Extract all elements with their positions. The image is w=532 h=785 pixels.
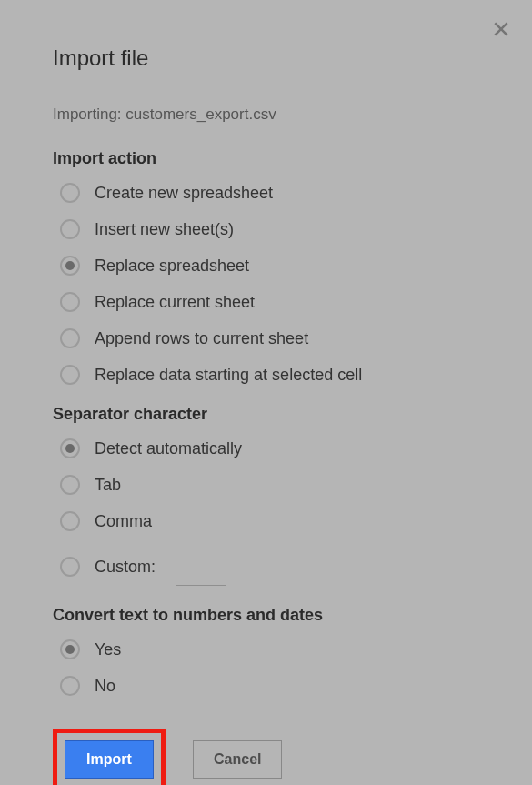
separator-group: Detect automatically Tab Comma Custom: <box>53 438 479 586</box>
radio-label: Create new spreadsheet <box>95 184 273 203</box>
radio-detect-automatically[interactable]: Detect automatically <box>60 438 479 458</box>
radio-custom[interactable]: Custom: <box>60 548 479 586</box>
importing-prefix: Importing: <box>53 106 125 123</box>
radio-icon <box>60 438 80 458</box>
radio-label: Detect automatically <box>95 439 242 458</box>
import-button[interactable]: Import <box>65 740 154 779</box>
radio-label: Yes <box>95 640 121 659</box>
radio-label: Insert new sheet(s) <box>95 220 234 239</box>
import-file-dialog: Import file Importing: customers_export.… <box>0 0 532 785</box>
radio-icon <box>60 256 80 276</box>
convert-heading: Convert text to numbers and dates <box>53 606 479 625</box>
radio-insert-new-sheet[interactable]: Insert new sheet(s) <box>60 219 479 239</box>
custom-separator-input[interactable] <box>176 548 226 586</box>
radio-icon <box>60 328 80 348</box>
radio-convert-no[interactable]: No <box>60 676 479 696</box>
separator-heading: Separator character <box>53 405 479 424</box>
radio-icon <box>60 475 80 495</box>
button-row: Import Cancel <box>53 729 479 785</box>
radio-label: Replace current sheet <box>95 293 255 312</box>
close-icon <box>492 20 510 38</box>
dialog-title: Import file <box>53 45 479 71</box>
radio-label: Append rows to current sheet <box>95 329 308 348</box>
radio-icon <box>60 219 80 239</box>
radio-icon <box>60 639 80 659</box>
radio-label: Replace spreadsheet <box>95 257 249 276</box>
radio-icon <box>60 365 80 385</box>
importing-file: customers_export.csv <box>125 106 276 123</box>
cancel-button[interactable]: Cancel <box>193 740 282 779</box>
radio-replace-current-sheet[interactable]: Replace current sheet <box>60 292 479 312</box>
radio-icon <box>60 511 80 531</box>
radio-icon <box>60 557 80 577</box>
radio-label: Custom: <box>95 558 156 577</box>
radio-create-new-spreadsheet[interactable]: Create new spreadsheet <box>60 183 479 203</box>
radio-label: No <box>95 677 115 696</box>
import-button-highlight: Import <box>53 729 166 785</box>
radio-comma[interactable]: Comma <box>60 511 479 531</box>
radio-label: Tab <box>95 476 121 495</box>
radio-convert-yes[interactable]: Yes <box>60 639 479 659</box>
radio-icon <box>60 292 80 312</box>
radio-replace-spreadsheet[interactable]: Replace spreadsheet <box>60 256 479 276</box>
radio-label: Replace data starting at selected cell <box>95 366 362 385</box>
convert-group: Yes No <box>53 639 479 696</box>
radio-replace-data-cell[interactable]: Replace data starting at selected cell <box>60 365 479 385</box>
import-action-group: Create new spreadsheet Insert new sheet(… <box>53 183 479 385</box>
close-button[interactable] <box>490 18 512 40</box>
radio-icon <box>60 183 80 203</box>
radio-tab[interactable]: Tab <box>60 475 479 495</box>
importing-filename: Importing: customers_export.csv <box>53 106 479 124</box>
radio-label: Comma <box>95 512 152 531</box>
import-action-heading: Import action <box>53 149 479 168</box>
radio-append-rows[interactable]: Append rows to current sheet <box>60 328 479 348</box>
radio-icon <box>60 676 80 696</box>
